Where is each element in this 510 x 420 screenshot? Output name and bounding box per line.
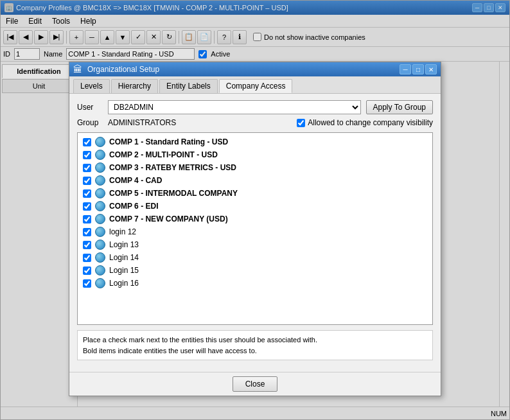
modal-title-bar: 🏛 Organizational Setup ─ □ ✕ xyxy=(69,62,441,76)
modal-window-controls: ─ □ ✕ xyxy=(400,64,437,74)
modal-footer: Close xyxy=(69,372,441,396)
list-item: COMP 4 - CAD xyxy=(80,174,430,187)
main-window: 🏢 Company Profiles @ BMC18X => BMC18X [T… xyxy=(0,0,510,420)
company-name-2: COMP 2 - MULTI-POINT - USD xyxy=(109,150,218,159)
allowed-row: Allowed to change company visibility xyxy=(297,118,433,127)
tab-company-access[interactable]: Company Access xyxy=(219,79,293,93)
tab-entity-labels[interactable]: Entity Labels xyxy=(159,79,218,93)
allowed-checkbox[interactable] xyxy=(297,119,305,127)
list-item: Login 14 xyxy=(80,251,430,264)
allowed-label: Allowed to change company visibility xyxy=(308,118,433,127)
company-name-5: COMP 5 - INTERMODAL COMPANY xyxy=(109,189,238,198)
apply-to-group-button[interactable]: Apply To Group xyxy=(366,100,434,114)
company-checkbox-8[interactable] xyxy=(83,228,91,236)
globe-icon-3 xyxy=(95,162,105,173)
hint-line-2: Bold items indicate entities the user wi… xyxy=(83,346,427,356)
company-name-4: COMP 4 - CAD xyxy=(109,176,162,185)
hint-area: Place a check mark next to the entities … xyxy=(77,330,433,360)
tab-hierarchy[interactable]: Hierarchy xyxy=(111,79,158,93)
modal-overlay: 🏛 Organizational Setup ─ □ ✕ Levels Hier… xyxy=(1,1,509,419)
globe-icon-7 xyxy=(95,214,105,224)
modal-tabs: Levels Hierarchy Entity Labels Company A… xyxy=(69,76,441,94)
globe-icon-2 xyxy=(95,150,105,160)
globe-icon-4 xyxy=(95,175,105,186)
tab-levels[interactable]: Levels xyxy=(73,79,110,93)
list-item: COMP 7 - NEW COMPANY (USD) xyxy=(80,213,430,225)
company-name-7: COMP 7 - NEW COMPANY (USD) xyxy=(109,214,228,223)
globe-icon-1 xyxy=(95,137,105,147)
list-item: Login 15 xyxy=(80,264,430,277)
company-checkbox-6[interactable] xyxy=(83,202,91,211)
company-name-10: Login 14 xyxy=(109,253,139,262)
globe-icon-5 xyxy=(95,188,105,198)
modal-minimize[interactable]: ─ xyxy=(400,64,411,74)
company-name-12: Login 16 xyxy=(109,279,139,288)
list-item: COMP 3 - RATEBY METRICS - USD xyxy=(80,161,430,174)
company-checkbox-5[interactable] xyxy=(83,189,91,198)
list-item: COMP 5 - INTERMODAL COMPANY xyxy=(80,187,430,200)
group-allowed-row: Group ADMINISTRATORS Allowed to change c… xyxy=(77,118,433,127)
globe-icon-11 xyxy=(95,265,105,276)
list-item: COMP 2 - MULTI-POINT - USD xyxy=(80,148,430,161)
group-value: ADMINISTRATORS xyxy=(108,118,176,127)
company-checkbox-1[interactable] xyxy=(83,138,91,146)
list-item: login 12 xyxy=(80,225,430,238)
globe-icon-6 xyxy=(95,201,105,211)
company-name-8: login 12 xyxy=(109,227,136,236)
group-label: Group xyxy=(77,118,103,127)
company-checkbox-3[interactable] xyxy=(83,164,91,172)
close-dialog-button[interactable]: Close xyxy=(233,376,277,392)
company-name-6: COMP 6 - EDI xyxy=(109,202,158,211)
modal-close-button[interactable]: ✕ xyxy=(425,64,437,74)
globe-icon-12 xyxy=(95,278,105,288)
globe-icon-10 xyxy=(95,252,105,263)
globe-icon-9 xyxy=(95,240,105,250)
company-checkbox-9[interactable] xyxy=(83,241,91,249)
modal-title: Organizational Setup xyxy=(87,65,397,74)
company-checkbox-2[interactable] xyxy=(83,151,91,159)
user-label: User xyxy=(77,103,103,112)
company-checkbox-7[interactable] xyxy=(83,215,91,223)
user-row: User DB2ADMIN Apply To Group xyxy=(77,100,433,114)
list-item: COMP 1 - Standard Rating - USD xyxy=(80,136,430,148)
modal-icon: 🏛 xyxy=(73,64,82,74)
user-select[interactable]: DB2ADMIN xyxy=(108,100,361,114)
hint-line-1: Place a check mark next to the entities … xyxy=(83,335,427,346)
company-name-9: Login 13 xyxy=(109,240,139,249)
company-name-1: COMP 1 - Standard Rating - USD xyxy=(109,137,228,146)
modal-maximize[interactable]: □ xyxy=(412,64,424,74)
company-checkbox-4[interactable] xyxy=(83,177,91,185)
company-checkbox-10[interactable] xyxy=(83,254,91,262)
list-item: Login 13 xyxy=(80,238,430,251)
list-item: Login 16 xyxy=(80,277,430,290)
company-name-11: Login 15 xyxy=(109,266,139,275)
globe-icon-8 xyxy=(95,227,105,237)
list-item: COMP 6 - EDI xyxy=(80,200,430,213)
company-checkbox-12[interactable] xyxy=(83,279,91,288)
company-checkbox-11[interactable] xyxy=(83,267,91,275)
company-name-3: COMP 3 - RATEBY METRICS - USD xyxy=(109,163,236,172)
modal-dialog: 🏛 Organizational Setup ─ □ ✕ Levels Hier… xyxy=(69,62,441,396)
company-list: COMP 1 - Standard Rating - USD COMP 2 - … xyxy=(77,132,433,325)
modal-body: User DB2ADMIN Apply To Group Group ADMIN… xyxy=(69,94,441,372)
